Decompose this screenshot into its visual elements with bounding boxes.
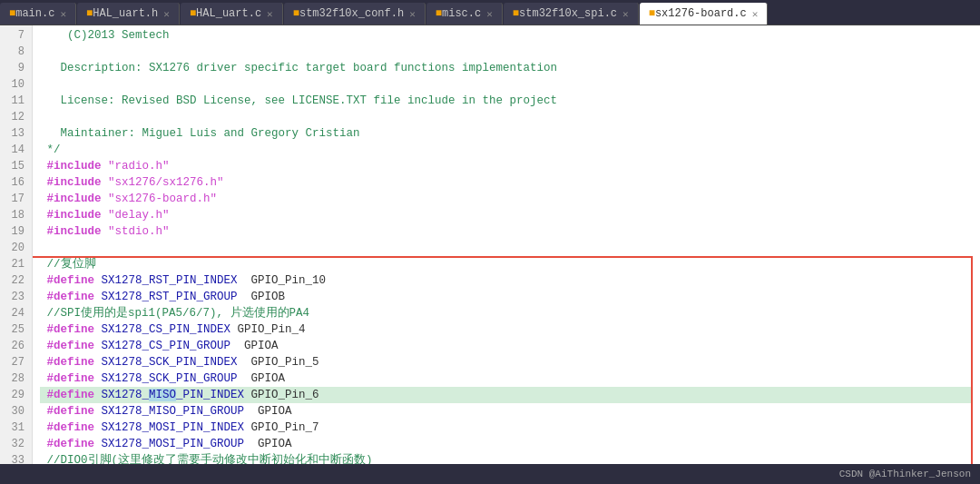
code-line: #define SX1278_MOSI_PIN_INDEX GPIO_Pin_7: [40, 420, 973, 436]
code-line: License: Revised BSD License, see LICENS…: [40, 93, 973, 109]
tab-close-hal-uart-h[interactable]: ✕: [163, 8, 170, 20]
tab-icon-sx1276-board: ■: [649, 7, 655, 20]
tab-close-stm32-conf[interactable]: ✕: [409, 8, 416, 20]
code-container: 7891011121314151617181920212223242526272…: [0, 25, 980, 464]
tab-hal-uart-h[interactable]: ■ HAL_uart.h ✕: [77, 3, 180, 25]
tab-icon-misc: ■: [436, 7, 442, 20]
tab-label-stm32-conf: stm32f10x_conf.h: [299, 7, 404, 20]
line-number: 20: [7, 240, 24, 256]
line-number: 26: [7, 338, 24, 354]
line-number: 11: [7, 93, 24, 109]
tab-stm32-spi[interactable]: ■ stm32f10x_spi.c ✕: [504, 3, 639, 25]
tab-stm32-conf[interactable]: ■ stm32f10x_conf.h ✕: [284, 3, 426, 25]
line-number: 14: [7, 142, 24, 158]
tab-label-misc: misc.c: [442, 7, 481, 20]
code-line: #include "radio.h": [40, 158, 973, 174]
code-line: #define SX1278_SCK_PIN_INDEX GPIO_Pin_5: [40, 354, 973, 370]
line-number: 16: [7, 174, 24, 191]
tab-icon-stm32-conf: ■: [293, 7, 299, 20]
line-number: 28: [7, 370, 24, 387]
code-line: Description: SX1276 driver specific targ…: [40, 60, 973, 76]
code-line: [40, 240, 973, 256]
status-right-text: CSDN @AiThinker_Jenson: [839, 469, 971, 479]
line-number: 30: [7, 403, 24, 420]
code-line: #include "delay.h": [40, 207, 973, 223]
tab-icon-main: ■: [9, 7, 15, 20]
line-number: 22: [7, 272, 24, 289]
line-number: 24: [7, 305, 24, 321]
tab-label-stm32-spi: stm32f10x_spi.c: [519, 7, 617, 20]
tab-close-stm32-spi[interactable]: ✕: [622, 8, 629, 20]
code-line: */: [40, 142, 973, 158]
code-line: #include "sx1276/sx1276.h": [40, 174, 973, 191]
tab-main[interactable]: ■ main.c ✕: [0, 3, 76, 25]
line-number: 32: [7, 436, 24, 452]
line-number: 29: [7, 387, 24, 403]
tab-sx1276-board[interactable]: ■ sx1276-board.c ✕: [640, 3, 769, 25]
code-line: #define SX1278_SCK_PIN_GROUP GPIOA: [40, 370, 973, 387]
line-number: 18: [7, 207, 24, 223]
code-line: #define SX1278_CS_PIN_INDEX GPIO_Pin_4: [40, 321, 973, 338]
code-line: [40, 109, 973, 125]
code-content[interactable]: (C)2013 Semtech Description: SX1276 driv…: [33, 25, 980, 464]
line-number: 17: [7, 191, 24, 207]
tab-icon-stm32-spi: ■: [513, 7, 519, 20]
line-number: 12: [7, 109, 24, 125]
tab-misc[interactable]: ■ misc.c ✕: [426, 3, 503, 25]
code-line: #define SX1278_RST_PIN_INDEX GPIO_Pin_10: [40, 272, 973, 289]
line-number: 19: [7, 223, 24, 240]
code-line: [40, 44, 973, 60]
tab-close-main[interactable]: ✕: [60, 8, 66, 20]
tab-hal-uart-c[interactable]: ■ HAL_uart.c ✕: [181, 3, 283, 25]
tab-close-misc[interactable]: ✕: [486, 8, 493, 20]
tab-label-hal-uart-h: HAL_uart.h: [93, 7, 158, 20]
line-numbers: 7891011121314151617181920212223242526272…: [0, 25, 33, 464]
code-line: [40, 76, 973, 93]
tab-close-sx1276-board[interactable]: ✕: [752, 8, 759, 20]
code-line: Maintainer: Miguel Luis and Gregory Cris…: [40, 125, 973, 142]
line-number: 15: [7, 158, 24, 174]
line-number: 7: [7, 27, 24, 44]
line-number: 10: [7, 76, 24, 93]
line-number: 9: [7, 60, 24, 76]
line-number: 23: [7, 289, 24, 305]
code-line: //DIO0引脚(这里修改了需要手动修改中断初始化和中断函数): [40, 452, 973, 464]
code-line: //SPI使用的是spi1(PA5/6/7), 片选使用的PA4: [40, 305, 973, 321]
tab-icon-hal-uart-c: ■: [190, 7, 196, 20]
line-number: 33: [7, 452, 24, 464]
code-line: #define SX1278_MISO_PIN_INDEX GPIO_Pin_6: [40, 387, 973, 403]
tab-bar: ■ main.c ✕ ■ HAL_uart.h ✕ ■ HAL_uart.c ✕…: [0, 0, 980, 25]
line-number: 27: [7, 354, 24, 370]
tab-label-hal-uart-c: HAL_uart.c: [196, 7, 261, 20]
editor-area: 7891011121314151617181920212223242526272…: [0, 25, 980, 464]
line-number: 8: [7, 44, 24, 60]
code-line: //复位脚: [40, 256, 973, 272]
status-bar: CSDN @AiThinker_Jenson: [0, 464, 980, 484]
code-line: #define SX1278_MOSI_PIN_GROUP GPIOA: [40, 436, 973, 452]
code-line: #define SX1278_RST_PIN_GROUP GPIOB: [40, 289, 973, 305]
line-number: 25: [7, 321, 24, 338]
tab-close-hal-uart-c[interactable]: ✕: [267, 8, 273, 20]
line-number: 31: [7, 420, 24, 436]
tab-icon-hal-uart-h: ■: [86, 7, 93, 20]
code-line: #include "stdio.h": [40, 223, 973, 240]
code-line: #include "sx1276-board.h": [40, 191, 973, 207]
tab-label-main: main.c: [15, 7, 54, 20]
code-line: (C)2013 Semtech: [40, 27, 973, 44]
code-line: #define SX1278_MISO_PIN_GROUP GPIOA: [40, 403, 973, 420]
tab-label-sx1276-board: sx1276-board.c: [655, 7, 747, 20]
line-number: 13: [7, 125, 24, 142]
line-number: 21: [7, 256, 24, 272]
code-line: #define SX1278_CS_PIN_GROUP GPIOA: [40, 338, 973, 354]
